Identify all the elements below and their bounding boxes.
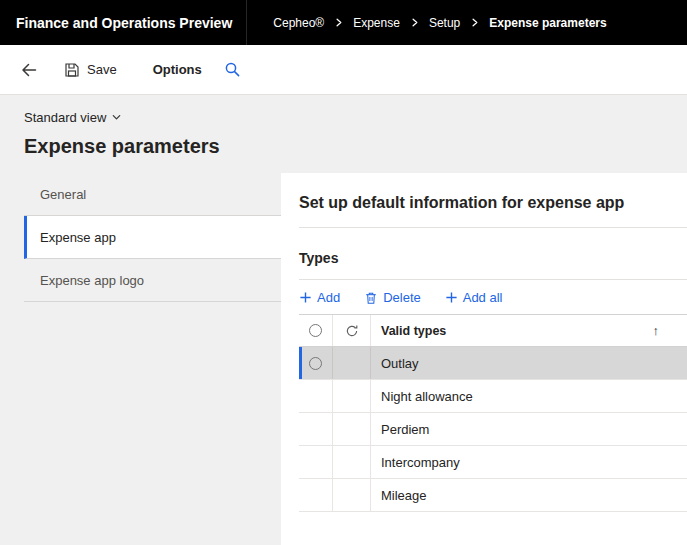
add-icon xyxy=(445,291,458,304)
grid-row-night-allowance[interactable]: Night allowance xyxy=(299,380,687,413)
chevron-right-icon xyxy=(409,17,420,28)
refresh-column-header xyxy=(333,315,371,346)
row-select-cell[interactable] xyxy=(299,380,333,412)
chevron-right-icon xyxy=(333,17,344,28)
row-value-cell: Perdiem xyxy=(371,413,687,445)
sort-ascending-icon: ↑ xyxy=(653,323,660,338)
grid-row-perdiem[interactable]: Perdiem xyxy=(299,413,687,446)
row-value-cell: Mileage xyxy=(371,479,687,511)
tab-label: Expense app logo xyxy=(40,273,144,288)
divider xyxy=(299,227,687,228)
finance-operations-app: Finance and Operations Preview Cepheo® E… xyxy=(0,0,687,545)
row-status-cell xyxy=(333,347,371,379)
breadcrumb: Cepheo® Expense Setup Expense parameters xyxy=(273,16,606,30)
add-all-label: Add all xyxy=(463,290,503,305)
select-all-checkbox[interactable] xyxy=(299,315,333,346)
search-button[interactable] xyxy=(216,53,250,87)
row-value-cell: Outlay xyxy=(371,347,687,379)
breadcrumb-item-module[interactable]: Expense xyxy=(353,16,400,30)
row-select-cell[interactable] xyxy=(299,347,333,379)
row-select-cell[interactable] xyxy=(299,413,333,445)
row-status-cell xyxy=(333,446,371,478)
tab-expense-app-logo[interactable]: Expense app logo xyxy=(24,259,281,302)
breadcrumb-item-company[interactable]: Cepheo® xyxy=(273,16,324,30)
view-selector[interactable]: Standard view xyxy=(24,110,122,125)
types-grid: Valid types ↑ Outlay Night allowance xyxy=(299,314,687,512)
column-header-valid-types[interactable]: Valid types ↑ xyxy=(371,315,687,346)
tab-general[interactable]: General xyxy=(24,173,281,216)
radio-circle-icon xyxy=(309,357,322,370)
row-select-cell[interactable] xyxy=(299,446,333,478)
delete-icon xyxy=(364,291,378,305)
row-select-cell[interactable] xyxy=(299,479,333,511)
vertical-tabs: General Expense app Expense app logo xyxy=(24,173,281,545)
breadcrumb-item-page[interactable]: Expense parameters xyxy=(489,16,606,30)
search-icon xyxy=(224,61,241,78)
row-status-cell xyxy=(333,380,371,412)
tab-expense-app[interactable]: Expense app xyxy=(24,216,281,259)
grid-header-row: Valid types ↑ xyxy=(299,315,687,347)
save-label: Save xyxy=(87,62,117,77)
row-value: Night allowance xyxy=(381,389,473,404)
radio-circle-icon xyxy=(309,324,322,337)
delete-label: Delete xyxy=(383,290,421,305)
chevron-down-icon xyxy=(111,112,122,123)
row-status-cell xyxy=(333,479,371,511)
add-label: Add xyxy=(317,290,340,305)
save-button[interactable]: Save xyxy=(54,53,127,87)
row-value: Outlay xyxy=(381,356,419,371)
row-value: Perdiem xyxy=(381,422,429,437)
page-title: Expense parameters xyxy=(24,135,687,158)
row-value-cell: Intercompany xyxy=(371,446,687,478)
app-title[interactable]: Finance and Operations Preview xyxy=(16,15,232,31)
grid-row-intercompany[interactable]: Intercompany xyxy=(299,446,687,479)
row-value: Mileage xyxy=(381,488,427,503)
grid-toolbar: Add Delete Add all xyxy=(299,280,687,314)
add-all-button[interactable]: Add all xyxy=(445,290,503,305)
save-icon xyxy=(64,62,80,78)
breadcrumb-item-area[interactable]: Setup xyxy=(429,16,460,30)
grid-row-mileage[interactable]: Mileage xyxy=(299,479,687,512)
tab-label: Expense app xyxy=(40,230,116,245)
chevron-right-icon xyxy=(469,17,480,28)
top-navigation-bar: Finance and Operations Preview Cepheo® E… xyxy=(0,0,687,45)
row-value: Intercompany xyxy=(381,455,460,470)
page-body: General Expense app Expense app logo Set… xyxy=(24,173,687,545)
row-value-cell: Night allowance xyxy=(371,380,687,412)
add-icon xyxy=(299,291,312,304)
panel-heading: Set up default information for expense a… xyxy=(299,194,687,212)
section-title-types: Types xyxy=(299,250,687,266)
command-bar: Save Options xyxy=(0,45,687,95)
options-menu[interactable]: Options xyxy=(153,62,202,77)
add-button[interactable]: Add xyxy=(299,290,340,305)
content-panel: Set up default information for expense a… xyxy=(281,173,687,545)
back-button[interactable] xyxy=(12,53,46,87)
refresh-icon xyxy=(345,324,359,338)
column-header-label: Valid types xyxy=(381,324,446,338)
tab-label: General xyxy=(40,187,86,202)
page: Standard view Expense parameters General… xyxy=(0,95,687,545)
delete-button[interactable]: Delete xyxy=(364,290,421,305)
grid-row-outlay[interactable]: Outlay xyxy=(299,347,687,380)
row-status-cell xyxy=(333,413,371,445)
topbar-divider xyxy=(246,0,247,45)
view-selector-label: Standard view xyxy=(24,110,106,125)
arrow-left-icon xyxy=(20,61,38,79)
